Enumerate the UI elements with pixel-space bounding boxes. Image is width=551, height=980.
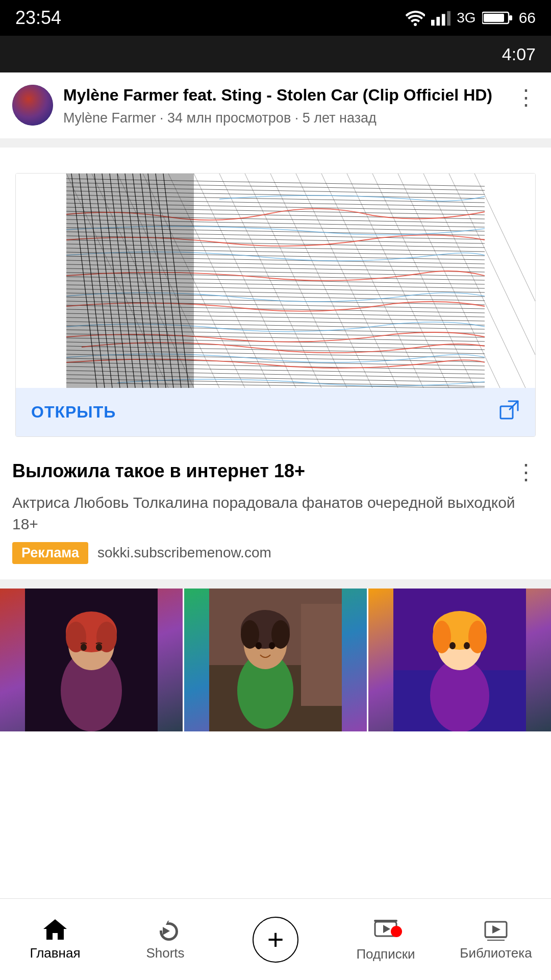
svg-line-91 xyxy=(510,401,518,409)
view-count: 34 млн просмотров xyxy=(167,110,291,126)
svg-rect-3 xyxy=(447,11,451,26)
svg-point-115 xyxy=(433,621,451,653)
bottom-nav: Главная Shorts + Подписки xyxy=(0,898,551,980)
svg-marker-121 xyxy=(383,925,390,933)
video-info: Mylène Farmer feat. Sting - Stolen Car (… xyxy=(63,85,503,126)
video-age: 5 лет назад xyxy=(303,110,377,126)
library-icon xyxy=(483,918,509,941)
svg-point-109 xyxy=(269,642,275,649)
battery-icon xyxy=(482,10,513,26)
ad-title: Выложила такое в интернет 18+ xyxy=(12,459,513,483)
svg-marker-119 xyxy=(163,927,170,935)
thumbnail-row xyxy=(0,589,551,731)
ad-more-button[interactable]: ⋮ xyxy=(513,459,539,485)
nav-home[interactable]: Главная xyxy=(0,899,110,980)
separator: · xyxy=(160,110,167,126)
nav-library[interactable]: Библиотека xyxy=(441,899,551,980)
svg-point-98 xyxy=(81,644,87,651)
video-meta: Mylène Farmer · 34 млн просмотров · 5 ле… xyxy=(63,110,503,126)
shorts-icon xyxy=(153,918,178,941)
more-dots-icon: ⋮ xyxy=(515,87,537,108)
section-divider xyxy=(0,138,551,148)
add-button[interactable]: + xyxy=(253,917,298,963)
svg-rect-0 xyxy=(431,20,435,26)
thumbnail-3[interactable] xyxy=(368,589,551,731)
open-label: ОТКРЫТЬ xyxy=(31,403,116,422)
separator2: · xyxy=(295,110,303,126)
thumbnail-1[interactable] xyxy=(0,589,184,731)
bottom-spacer xyxy=(0,731,551,813)
ad-title-row: Выложила такое в интернет 18+ ⋮ xyxy=(12,459,539,485)
svg-marker-124 xyxy=(492,925,500,934)
channel-name: Mylène Farmer xyxy=(63,110,156,126)
duration-bar: 4:07 xyxy=(0,36,551,72)
nav-subscriptions[interactable]: Подписки xyxy=(331,899,441,980)
svg-point-117 xyxy=(449,642,456,649)
network-type: 3G xyxy=(457,10,475,26)
nav-shorts-label: Shorts xyxy=(146,945,184,961)
ad-more-icon: ⋮ xyxy=(515,461,537,483)
ad-url: sokki.subscribemenow.com xyxy=(97,545,271,561)
channel-avatar[interactable] xyxy=(12,85,53,126)
subscriptions-badge xyxy=(391,926,402,937)
nav-library-label: Библиотека xyxy=(460,945,532,961)
ad-description: Актриса Любовь Толкалина порадовала фана… xyxy=(12,492,539,535)
home-icon xyxy=(42,918,68,941)
ad-image[interactable] xyxy=(16,174,535,388)
svg-rect-122 xyxy=(374,920,397,922)
thumbnail-2[interactable] xyxy=(184,589,368,731)
nav-add[interactable]: + xyxy=(220,899,331,980)
ad-info: Выложила такое в интернет 18+ ⋮ Актриса … xyxy=(0,447,551,574)
svg-rect-102 xyxy=(301,604,342,706)
nav-home-label: Главная xyxy=(30,945,81,961)
ad-footer: Реклама sokki.subscribemenow.com xyxy=(12,542,539,564)
video-duration: 4:07 xyxy=(502,44,536,64)
video-header: Mylène Farmer feat. Sting - Stolen Car (… xyxy=(0,72,551,138)
svg-rect-5 xyxy=(484,14,504,22)
svg-rect-2 xyxy=(442,14,445,26)
nav-shorts[interactable]: Shorts xyxy=(110,899,220,980)
video-title: Mylène Farmer feat. Sting - Stolen Car (… xyxy=(63,85,503,106)
status-time: 23:54 xyxy=(15,7,61,29)
svg-point-118 xyxy=(464,642,470,649)
open-bar[interactable]: ОТКРЫТЬ xyxy=(16,388,535,436)
ad-badge: Реклама xyxy=(12,542,88,564)
svg-point-108 xyxy=(256,642,262,649)
svg-rect-1 xyxy=(437,17,440,26)
battery-level: 66 xyxy=(519,9,536,27)
external-link-icon xyxy=(498,399,520,425)
svg-point-116 xyxy=(468,621,487,653)
more-options-button[interactable]: ⋮ xyxy=(513,85,539,110)
svg-rect-6 xyxy=(509,15,512,20)
nav-subscriptions-label: Подписки xyxy=(356,946,415,962)
wifi-icon xyxy=(406,10,425,26)
status-icons: 3G 66 xyxy=(406,9,536,27)
ad-container: ОТКРЫТЬ xyxy=(15,173,536,437)
signal-icon xyxy=(431,10,450,26)
status-bar: 23:54 3G 66 xyxy=(0,0,551,36)
spacer xyxy=(0,148,551,163)
divider2 xyxy=(0,579,551,589)
svg-point-99 xyxy=(96,644,102,651)
